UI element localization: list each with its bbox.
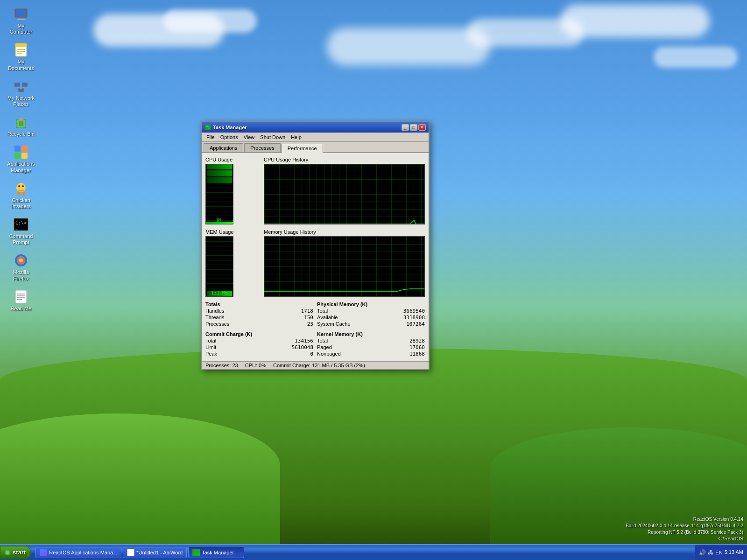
phys-available-key: Available — [317, 315, 338, 321]
cpu-charts-row: CPU Usage 0% — [205, 157, 425, 224]
status-cpu: CPU: 0% — [245, 363, 270, 368]
taskbar-item-taskmgr[interactable]: Task Manager — [188, 547, 244, 558]
window-controls: _ □ ✕ — [402, 124, 426, 131]
sidebar-item-chicken-invaders[interactable]: Chicken Invaders — [5, 179, 37, 211]
sidebar-item-read-me[interactable]: Read Me — [5, 287, 37, 314]
menu-help[interactable]: Help — [288, 133, 304, 141]
my-network-label: My Network Places — [7, 95, 35, 107]
window-statusbar: Processes: 23 CPU: 0% Commit Charge: 131… — [202, 361, 429, 369]
cpu-history-section: CPU Usage History — [264, 157, 425, 224]
phys-total-val: 3669540 — [403, 308, 425, 314]
sidebar-item-recycle-bin[interactable]: Recycle Bin — [5, 113, 37, 139]
kernel-total-key: Total — [317, 338, 328, 344]
kernel-nonpaged-key: Nonpaged — [317, 351, 341, 357]
mem-charts-row: MEM Usage 131 MB Memory Usage History — [205, 229, 425, 297]
start-button[interactable]: start — [0, 546, 31, 559]
maximize-button[interactable]: □ — [410, 124, 417, 131]
sidebar-item-my-computer[interactable]: My Computer — [5, 5, 37, 37]
system-clock[interactable]: 5:13 AM — [725, 549, 743, 555]
commit-limit-key: Limit — [205, 344, 216, 350]
cpu-usage-label: CPU Usage — [205, 157, 259, 162]
kernel-total-val: 28928 — [409, 338, 425, 344]
stats-grid: Totals Handles 1718 Threads 150 Processe… — [205, 301, 425, 357]
threads-row: Threads 150 — [205, 315, 313, 321]
svg-rect-1 — [15, 9, 27, 17]
menu-file[interactable]: File — [204, 133, 218, 141]
locale-indicator[interactable]: EN — [715, 550, 722, 555]
minimize-button[interactable]: _ — [402, 124, 409, 131]
window-menubar: File Options View Shut Down Help — [202, 133, 429, 142]
desktop: My Computer My Documents — [0, 0, 747, 560]
kernel-memory-section: Kernel Memory (K) Total 28928 Paged 1706… — [317, 331, 425, 357]
svg-rect-2 — [18, 18, 24, 19]
tab-applications[interactable]: Applications — [204, 143, 243, 152]
start-label: start — [13, 549, 26, 556]
taskbar-item-abiword[interactable]: *Untitled1 - AbiWord — [123, 547, 187, 558]
window-titlebar[interactable]: Task Manager _ □ ✕ — [202, 122, 429, 133]
taskbar-taskmgr-icon — [192, 549, 200, 556]
commit-peak-key: Peak — [205, 351, 217, 357]
svg-point-27 — [18, 185, 20, 187]
sidebar-item-my-documents[interactable]: My Documents — [5, 41, 37, 73]
svg-point-48 — [6, 551, 9, 554]
commit-total-key: Total — [205, 338, 216, 344]
window-title: Task Manager — [213, 125, 402, 130]
chicken-invaders-label: Chicken Invaders — [7, 197, 35, 210]
taskbar-item-apps-manager[interactable]: ReactOS Applications Mana... — [35, 547, 121, 558]
mem-usage-section: MEM Usage 131 MB — [205, 229, 259, 297]
svg-rect-29 — [17, 192, 20, 195]
svg-rect-23 — [21, 146, 28, 152]
sound-icon[interactable]: 🔊 — [699, 549, 706, 556]
svg-text:C:\>: C:\> — [15, 220, 27, 225]
totals-section: Totals Handles 1718 Threads 150 Processe… — [205, 301, 313, 328]
mem-history-chart — [264, 236, 425, 297]
svg-rect-37 — [15, 290, 27, 303]
svg-rect-46 — [208, 127, 210, 129]
read-me-icon — [14, 289, 28, 304]
mem-mb-label: 131 MB — [206, 290, 233, 295]
mem-history-label: Memory Usage History — [264, 229, 425, 235]
kernel-nonpaged-row: Nonpaged 11868 — [317, 351, 425, 357]
phys-total-row: Total 3669540 — [317, 308, 425, 314]
cpu-usage-section: CPU Usage 0% — [205, 157, 259, 224]
cpu-history-chart — [264, 164, 425, 224]
network-icon[interactable]: 🖧 — [708, 549, 713, 556]
sidebar-item-mozilla-firefox[interactable]: Mozilla Firefox — [5, 251, 37, 283]
cpu-percent-label: 0% — [206, 218, 233, 223]
taskbar: start ReactOS Applications Mana... *Unti… — [0, 544, 747, 560]
tab-processes[interactable]: Processes — [244, 143, 280, 152]
commit-total-val: 134156 — [295, 338, 313, 344]
close-button[interactable]: ✕ — [418, 124, 426, 131]
handles-val: 1718 — [301, 308, 314, 314]
recycle-bin-icon — [14, 115, 28, 130]
svg-rect-30 — [22, 192, 25, 195]
menu-view[interactable]: View — [241, 133, 258, 141]
menu-options[interactable]: Options — [218, 133, 241, 141]
tab-performance[interactable]: Performance — [282, 144, 323, 153]
svg-rect-45 — [206, 127, 208, 129]
apps-manager-icon — [14, 145, 28, 160]
svg-rect-24 — [14, 153, 21, 159]
svg-rect-25 — [21, 153, 28, 159]
sidebar-item-my-network[interactable]: My Network Places — [5, 77, 37, 109]
svg-text:_: _ — [15, 225, 18, 230]
commit-total-row: Total 134156 — [205, 338, 313, 344]
taskbar-apps-manager-icon — [40, 549, 47, 556]
menu-shutdown[interactable]: Shut Down — [257, 133, 288, 141]
my-computer-label: My Computer — [7, 23, 35, 35]
sidebar-item-apps-manager[interactable]: Applications Manager — [5, 143, 37, 175]
chicken-invaders-icon — [14, 181, 28, 196]
taskbar-apps-manager-label: ReactOS Applications Mana... — [49, 550, 117, 555]
kernel-paged-row: Paged 17060 — [317, 344, 425, 350]
kernel-total-row: Total 28928 — [317, 338, 425, 344]
sidebar-item-command-prompt[interactable]: C:\> _ Command Prompt — [5, 215, 37, 247]
task-manager-title-icon — [204, 124, 211, 131]
phys-available-val: 3318908 — [403, 315, 425, 321]
command-prompt-icon: C:\> _ — [14, 217, 28, 232]
threads-key: Threads — [205, 315, 224, 321]
physical-memory-section: Physical Memory (K) Total 3669540 Availa… — [317, 301, 425, 328]
window-content: CPU Usage 0% — [202, 153, 429, 361]
recycle-bin-label: Recycle Bin — [7, 131, 35, 137]
read-me-label: Read Me — [11, 306, 32, 312]
my-documents-label: My Documents — [7, 59, 35, 71]
